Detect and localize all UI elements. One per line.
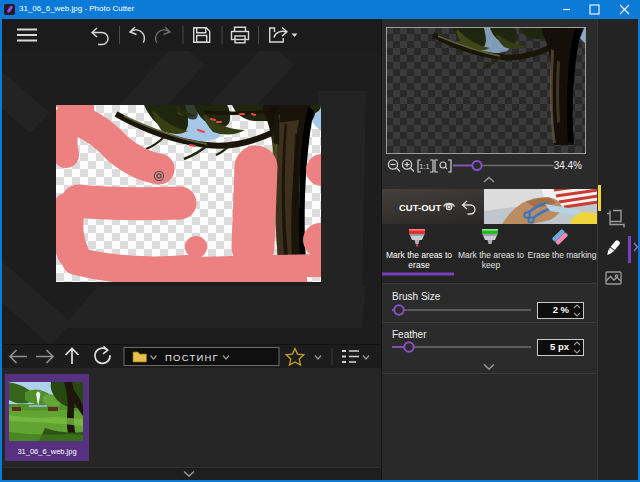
svg-text:34.4%: 34.4% <box>554 160 582 171</box>
svg-text:ПОСТИНГ: ПОСТИНГ <box>165 352 219 363</box>
svg-text:CUT-OUT: CUT-OUT <box>399 202 441 213</box>
svg-text:1:1: 1:1 <box>419 162 429 171</box>
